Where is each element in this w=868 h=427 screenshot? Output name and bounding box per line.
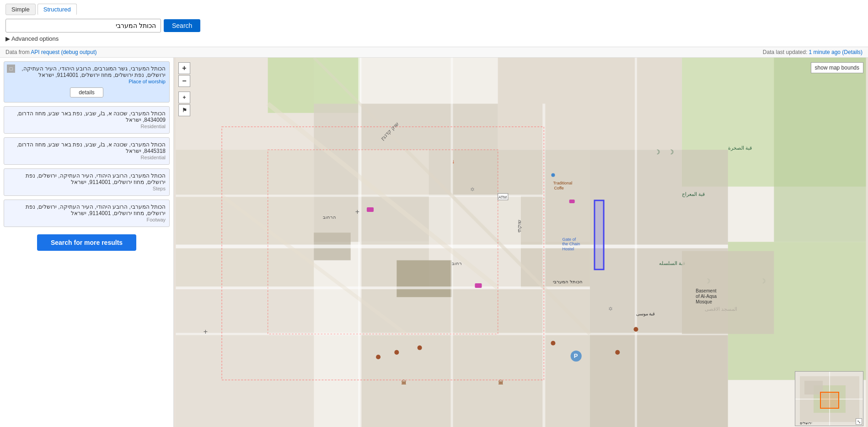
debug-output-link[interactable]: (debug output): [61, 49, 96, 55]
data-from-label: Data from: [5, 49, 30, 55]
map-controls: + − + ⚑: [178, 62, 190, 116]
svg-point-70: [633, 327, 638, 332]
svg-text:☽: ☽: [668, 148, 674, 156]
result-item-2[interactable]: הכותל המערבי, שכונה א, בار שבע, נפת באר …: [4, 106, 170, 134]
svg-text:הרחוב: הרחוב: [323, 215, 336, 220]
search-row: Search: [5, 19, 863, 32]
svg-text:ATM: ATM: [498, 195, 507, 200]
svg-text:✡: ✡: [608, 306, 613, 312]
result-type-5: Footway: [146, 217, 166, 222]
main-content: □ הכותל המערבי, גשר המוגרבים, הרובע היהו…: [0, 58, 868, 427]
api-request-link[interactable]: API request: [31, 49, 59, 55]
svg-point-69: [615, 350, 620, 355]
svg-rect-15: [360, 150, 429, 196]
svg-rect-2: [176, 150, 314, 288]
svg-text:of Al-Aqsa: of Al-Aqsa: [696, 294, 717, 299]
result-item-4[interactable]: הכותל המערבי, הרובע היהודי, העיר העתיקה,…: [4, 168, 170, 196]
result-text-1: הכותל המערבי, גשר המוגרבים, הרובע היהודי…: [8, 65, 166, 78]
svg-text:🏛: 🏛: [401, 379, 407, 386]
result-type-2: Residential: [141, 124, 166, 129]
svg-rect-16: [396, 260, 452, 297]
results-panel: □ הכותל המערבי, גשר המוגרבים, הרובע היהו…: [0, 58, 174, 427]
svg-rect-6: [774, 58, 866, 242]
show-map-bounds-button[interactable]: show map bounds: [811, 62, 863, 73]
svg-rect-83: [820, 392, 839, 408]
result-text-2: הכותל המערבי, שכונה א, בار שבע, נפת באר …: [8, 110, 166, 123]
svg-point-67: [418, 346, 422, 350]
svg-text:ﻗﺒﺔ ﺍﻟﻤﻌﺮﺍﺝ: ﻗﺒﺔ ﺍﻟﻤﻌﺮﺍﺝ: [682, 191, 705, 197]
map-container[interactable]: שוק קדנגין הרחוב רחוב שוקתי ﻗﺒﺔ ﺍﻟﺴﻠﺴﻠﻪ …: [174, 58, 868, 427]
result-text-5: הכותל המערבי, הרובע היהודי, העיר העתיקה,…: [8, 204, 166, 216]
result-type-4: Steps: [153, 186, 166, 191]
data-updated-prefix: Data last updated:: [763, 49, 807, 55]
details-button-1[interactable]: details: [70, 87, 103, 97]
svg-text:הכותל המערבי: הכותל המערבי: [553, 279, 583, 284]
svg-text:+: +: [355, 207, 359, 216]
zoom-out-button[interactable]: −: [178, 75, 190, 87]
result-item-1[interactable]: □ הכותל המערבי, גשר המוגרבים, הרובע היהו…: [4, 61, 170, 103]
result-type-1: Place of worship: [129, 79, 166, 84]
svg-text:the Chain: the Chain: [563, 242, 580, 246]
data-updated-time[interactable]: 1 minute ago: [809, 49, 841, 55]
svg-point-66: [394, 350, 399, 355]
result-item-3[interactable]: הכותל המערבי, שכונה א, בار שבע, נפת באר …: [4, 137, 170, 165]
svg-text:قبة موسى: قبة موسى: [636, 311, 655, 317]
svg-text:Mosque: Mosque: [696, 299, 712, 304]
advanced-options-toggle[interactable]: Advanced options: [5, 35, 863, 42]
result-type-3: Residential: [141, 155, 166, 160]
tab-bar: Simple Structured: [5, 4, 863, 15]
svg-rect-32: [595, 200, 604, 270]
zoom-in-button[interactable]: +: [178, 62, 190, 74]
svg-text:↓: ↓: [452, 158, 455, 165]
svg-text:ﻗﺒﺔ ﺍﻟﺼﺨﺮﺓ: ﻗﺒﺔ ﺍﻟﺼﺨﺮﺓ: [728, 145, 752, 151]
svg-text:ﻗﺒﺔ ﺍﻟﺴﻠﺴﻠﻪ: ﻗﺒﺔ ﺍﻟﺴﻠﺴﻠﻪ: [659, 260, 685, 266]
svg-text:Gate of: Gate of: [563, 237, 576, 242]
map-canvas: שוק קדנגין הרחוב רחוב שוקתי ﻗﺒﺔ ﺍﻟﺴﻠﺴﻠﻪ …: [174, 58, 868, 427]
svg-text:P: P: [574, 352, 578, 359]
minimap-expand-button[interactable]: ⤡: [856, 418, 862, 425]
svg-point-68: [551, 341, 555, 346]
svg-rect-9: [498, 58, 682, 150]
svg-text:שוקתי: שוקתי: [516, 220, 522, 232]
svg-text:רחוב: רחוב: [452, 261, 462, 266]
result-item-5[interactable]: הכותל המערבי, הרובע היהודי, העיר העתיקה,…: [4, 200, 170, 227]
svg-rect-54: [475, 283, 482, 288]
svg-text:Traditional: Traditional: [553, 181, 572, 185]
data-source-info: Data from API request (debug output): [5, 49, 96, 55]
data-details-link[interactable]: (Details): [842, 49, 863, 55]
minimap-svg: ירושלים: [795, 372, 863, 426]
svg-rect-55: [569, 200, 575, 203]
svg-text:ירושלים: ירושלים: [800, 421, 812, 425]
svg-text:Hostel: Hostel: [563, 247, 574, 251]
result-text-3: הכותל המערבי, שכונה א, בار שבע, נפת באר …: [8, 141, 166, 154]
svg-text:✡: ✡: [470, 186, 475, 193]
svg-text:+: +: [204, 327, 208, 335]
top-bar: Simple Structured Search Advanced option…: [0, 0, 868, 47]
svg-text:🏛: 🏛: [498, 379, 504, 386]
minimap-canvas: ירושלים ⤡: [795, 372, 863, 426]
minimap: ירושלים ⤡: [795, 371, 863, 426]
data-info-bar: Data from API request (debug output) Dat…: [0, 47, 868, 58]
svg-rect-53: [367, 207, 374, 212]
expand-btn-1[interactable]: □: [7, 65, 15, 73]
tab-simple[interactable]: Simple: [5, 4, 36, 15]
search-button[interactable]: Search: [164, 19, 200, 32]
add-location-button[interactable]: +: [178, 92, 190, 103]
tab-structured[interactable]: Structured: [38, 4, 77, 15]
search-input[interactable]: [5, 19, 161, 32]
svg-rect-13: [590, 334, 728, 427]
result-text-4: הכותל המערבי, הרובע היהודי, העיר העתיקה,…: [8, 173, 166, 185]
svg-rect-3: [176, 288, 314, 427]
svg-text:Basement: Basement: [696, 288, 716, 293]
search-more-button[interactable]: Search for more results: [37, 234, 136, 251]
svg-text:Coffe: Coffe: [554, 186, 563, 190]
svg-text:☽: ☽: [654, 148, 660, 156]
data-updated-info: Data last updated: 1 minute ago (Details…: [763, 49, 863, 55]
svg-point-65: [376, 355, 380, 359]
flag-button[interactable]: ⚑: [178, 104, 190, 116]
svg-point-76: [551, 173, 555, 177]
